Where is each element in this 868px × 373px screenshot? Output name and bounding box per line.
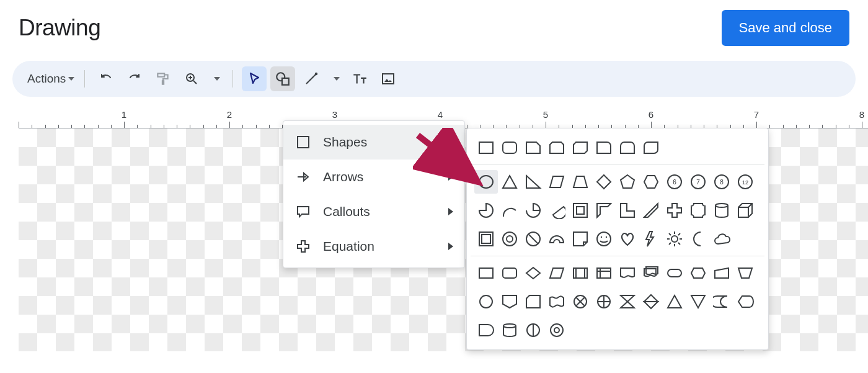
shape-oval[interactable] bbox=[474, 170, 498, 194]
zoom-button[interactable] bbox=[179, 66, 204, 91]
shape-plaque[interactable] bbox=[686, 199, 710, 222]
shape-chord[interactable] bbox=[545, 199, 569, 222]
shape-fc-direct[interactable] bbox=[545, 318, 569, 342]
shape-parallelogram[interactable] bbox=[545, 170, 569, 194]
menu-item-callouts[interactable]: Callouts bbox=[283, 194, 464, 229]
shape-fc-extract[interactable] bbox=[663, 290, 686, 313]
shape-fc-manual-op[interactable] bbox=[733, 261, 757, 285]
shape-heart[interactable] bbox=[616, 227, 639, 251]
shape-fc-display[interactable] bbox=[733, 290, 757, 313]
svg-point-39 bbox=[551, 324, 563, 336]
shape-fc-manual-in[interactable] bbox=[710, 261, 733, 285]
shape-fc-document[interactable] bbox=[616, 261, 639, 285]
shape-triangle[interactable] bbox=[498, 170, 521, 194]
shape-lightning[interactable] bbox=[639, 227, 663, 251]
shape-fc-card[interactable] bbox=[521, 290, 545, 313]
shape-fc-magdisk[interactable] bbox=[521, 318, 545, 342]
shape-fc-sort[interactable] bbox=[639, 290, 663, 313]
shape-pentagon[interactable] bbox=[616, 170, 639, 194]
undo-icon bbox=[99, 71, 113, 86]
shape-fc-predef[interactable] bbox=[569, 261, 592, 285]
shape-fc-multidoc[interactable] bbox=[639, 261, 663, 285]
svg-point-23 bbox=[507, 236, 513, 242]
shape-hexagon[interactable] bbox=[639, 170, 663, 194]
line-icon bbox=[304, 71, 319, 86]
shape-fc-decision[interactable] bbox=[521, 261, 545, 285]
shape-fc-sum[interactable] bbox=[569, 290, 592, 313]
shape-fc-data[interactable] bbox=[545, 261, 569, 285]
ruler-tick bbox=[84, 125, 85, 128]
shape-octagon[interactable]: 7 bbox=[686, 170, 710, 194]
shape-moon[interactable] bbox=[686, 227, 710, 251]
shape-l-shape[interactable] bbox=[616, 199, 639, 222]
shape-pie[interactable] bbox=[474, 199, 498, 222]
menu-item-shapes[interactable]: Shapes bbox=[283, 125, 464, 160]
shape-fc-delay[interactable] bbox=[474, 318, 498, 342]
shape-arc[interactable] bbox=[498, 199, 521, 222]
select-tool-button[interactable] bbox=[242, 66, 267, 91]
ruler-number: 6 bbox=[649, 109, 653, 120]
menu-item-label: Callouts bbox=[323, 204, 437, 219]
shape-folded-corner[interactable] bbox=[569, 227, 592, 251]
ruler-tick bbox=[177, 125, 177, 128]
line-tool-button[interactable] bbox=[299, 66, 324, 91]
shape-fc-connector[interactable] bbox=[474, 290, 498, 313]
shape-cube[interactable] bbox=[733, 199, 757, 222]
shape-fc-collate[interactable] bbox=[616, 290, 639, 313]
svg-rect-21 bbox=[482, 235, 490, 243]
shape-fc-merge[interactable] bbox=[686, 290, 710, 313]
shape-diamond[interactable] bbox=[592, 170, 616, 194]
svg-point-28 bbox=[671, 236, 678, 242]
shape-block-arc[interactable] bbox=[545, 227, 569, 251]
menu-item-arrows[interactable]: Arrows bbox=[283, 160, 464, 194]
shape-half-frame[interactable] bbox=[592, 199, 616, 222]
textbox-tool-button[interactable] bbox=[347, 66, 372, 91]
zoom-dropdown-button[interactable] bbox=[208, 66, 224, 91]
shape-fc-process[interactable] bbox=[474, 261, 498, 285]
shape-frame[interactable] bbox=[569, 199, 592, 222]
shape-fc-or[interactable] bbox=[592, 290, 616, 313]
shape-fc-alt[interactable] bbox=[498, 261, 521, 285]
shape-dodecagon[interactable]: 12 bbox=[733, 170, 757, 194]
shape-no-symbol[interactable] bbox=[521, 227, 545, 251]
shape-smiley[interactable] bbox=[592, 227, 616, 251]
shape-bevel[interactable] bbox=[474, 227, 498, 251]
shape-cloud[interactable] bbox=[710, 227, 733, 251]
shape-tool-button[interactable] bbox=[270, 66, 295, 91]
shape-donut[interactable] bbox=[498, 227, 521, 251]
shape-decagon[interactable]: 8 bbox=[710, 170, 733, 194]
ruler-tick bbox=[836, 125, 836, 128]
shape-snip1[interactable] bbox=[521, 136, 545, 160]
zoom-icon bbox=[184, 71, 199, 86]
image-tool-button[interactable] bbox=[376, 66, 401, 91]
shape-snip-diag[interactable] bbox=[569, 136, 592, 160]
actions-menu-button[interactable]: Actions bbox=[24, 66, 76, 91]
line-dropdown-button[interactable] bbox=[327, 66, 343, 91]
shape-trapezoid[interactable] bbox=[569, 170, 592, 194]
menu-item-equation[interactable]: Equation bbox=[283, 229, 464, 264]
shape-heptagon[interactable]: 6 bbox=[663, 170, 686, 194]
shape-round-rect[interactable] bbox=[498, 136, 521, 160]
shape-fc-terminator[interactable] bbox=[663, 261, 686, 285]
shape-fc-tape[interactable] bbox=[545, 290, 569, 313]
shape-cross[interactable] bbox=[663, 199, 686, 222]
paint-format-button[interactable] bbox=[151, 66, 175, 91]
shape-round2[interactable] bbox=[616, 136, 639, 160]
shape-fc-prepare[interactable] bbox=[686, 261, 710, 285]
shape-fc-seq[interactable] bbox=[498, 318, 521, 342]
undo-button[interactable] bbox=[94, 66, 118, 91]
shape-fc-internal[interactable] bbox=[592, 261, 616, 285]
shape-rect[interactable] bbox=[474, 136, 498, 160]
shape-sun[interactable] bbox=[663, 227, 686, 251]
shape-teardrop[interactable] bbox=[521, 199, 545, 222]
redo-button[interactable] bbox=[122, 66, 147, 91]
shape-fc-offpage[interactable] bbox=[498, 290, 521, 313]
shape-diag-stripe[interactable] bbox=[639, 199, 663, 222]
shape-round-diag[interactable] bbox=[639, 136, 663, 160]
shape-fc-stored[interactable] bbox=[710, 290, 733, 313]
shape-snip2[interactable] bbox=[545, 136, 569, 160]
save-and-close-button[interactable]: Save and close bbox=[722, 10, 849, 46]
shape-round1[interactable] bbox=[592, 136, 616, 160]
shape-can[interactable] bbox=[710, 199, 733, 222]
shape-rt-triangle[interactable] bbox=[521, 170, 545, 194]
